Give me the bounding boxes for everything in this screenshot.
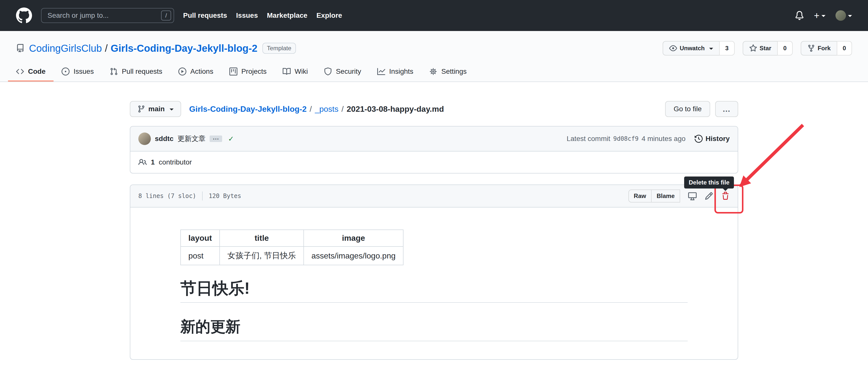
- repo-icon: [16, 44, 25, 53]
- contributors-count: 1: [151, 158, 155, 166]
- tab-settings[interactable]: Settings: [421, 63, 474, 81]
- tab-security[interactable]: Security: [316, 63, 369, 81]
- delete-trash-icon[interactable]: [721, 192, 730, 200]
- table-cell: post: [181, 246, 220, 265]
- tab-wiki[interactable]: Wiki: [275, 63, 316, 81]
- eye-icon: [669, 44, 677, 52]
- file-nav-row: main Girls-Coding-Day-Jekyll-blog-2 / _p…: [130, 101, 738, 117]
- commit-message-link[interactable]: 更新文章: [178, 134, 206, 143]
- page: / Pull requests Issues Marketplace Explo…: [0, 0, 868, 365]
- notifications-bell-icon[interactable]: [795, 11, 804, 20]
- repo-actions: Unwatch 3 Star 0 Fork 0: [663, 41, 852, 56]
- nav-explore[interactable]: Explore: [316, 11, 342, 20]
- book-icon: [283, 67, 291, 75]
- fork-button[interactable]: Fork: [801, 41, 837, 56]
- edit-pencil-icon[interactable]: [705, 192, 713, 200]
- watch-button-group: Unwatch 3: [663, 41, 735, 56]
- table-cell: 女孩子们, 节日快乐: [220, 246, 304, 265]
- repo-separator: /: [105, 43, 107, 54]
- fork-count[interactable]: 0: [837, 41, 852, 56]
- table-header-cell: title: [220, 230, 304, 246]
- display-rendered-icon[interactable]: [688, 192, 696, 200]
- contributors-row[interactable]: 1 contributor: [130, 152, 738, 173]
- search-box[interactable]: /: [41, 8, 174, 23]
- create-new-button[interactable]: +: [814, 10, 826, 21]
- commit-hash-link[interactable]: 9d08cf9: [613, 135, 639, 142]
- code-icon: [16, 67, 24, 75]
- front-matter-table: layout title image post 女孩子们, 节日快乐 asset…: [180, 230, 403, 265]
- markdown-heading-2: 新的更新: [180, 317, 688, 341]
- commit-author-avatar[interactable]: [138, 133, 151, 145]
- markdown-body: layout title image post 女孩子们, 节日快乐 asset…: [130, 207, 738, 359]
- table-header-cell: image: [304, 230, 403, 246]
- tab-actions[interactable]: Actions: [170, 63, 221, 81]
- commit-ellipsis-button[interactable]: …: [210, 135, 222, 142]
- repo-owner-link[interactable]: CodingGirlsClub: [29, 43, 102, 54]
- commit-meta: Latest commit 9d08cf9 4 minutes ago Hist…: [566, 135, 730, 143]
- tab-projects[interactable]: Projects: [221, 63, 275, 81]
- plus-icon: +: [814, 10, 819, 21]
- raw-button[interactable]: Raw: [628, 190, 652, 202]
- commit-time: 4 minutes ago: [642, 135, 686, 143]
- shield-icon: [324, 67, 332, 75]
- go-to-file-button[interactable]: Go to file: [665, 101, 710, 117]
- nav-marketplace[interactable]: Marketplace: [267, 11, 307, 20]
- repo-header: CodingGirlsClub / Girls-Coding-Day-Jekyl…: [0, 31, 868, 82]
- commit-header: sddtc 更新文章 … ✓ Latest commit 9d08cf9 4 m…: [130, 127, 738, 152]
- slash-key-hint: /: [161, 10, 171, 21]
- breadcrumb-file-name: 2021-03-08-happy-day.md: [347, 104, 444, 114]
- global-header: / Pull requests Issues Marketplace Explo…: [0, 0, 868, 31]
- header-right: +: [795, 10, 852, 21]
- history-link[interactable]: History: [695, 135, 730, 143]
- watch-count[interactable]: 3: [719, 41, 735, 56]
- file-lines-info: 8 lines (7 sloc): [138, 193, 196, 199]
- star-button[interactable]: Star: [743, 41, 778, 56]
- fork-button-group: Fork 0: [801, 41, 852, 56]
- star-icon: [749, 44, 757, 52]
- tab-code[interactable]: Code: [8, 63, 54, 81]
- contributors-label: contributor: [159, 158, 192, 166]
- table-row: post 女孩子们, 节日快乐 assets/images/logo.png: [181, 246, 403, 265]
- user-menu[interactable]: [835, 10, 852, 21]
- caret-down-icon: [848, 15, 852, 17]
- nav-issues[interactable]: Issues: [236, 11, 258, 20]
- file-header: 8 lines (7 sloc) 120 Bytes Raw Blame: [130, 185, 738, 207]
- project-icon: [229, 67, 238, 75]
- commit-author-link[interactable]: sddtc: [155, 135, 174, 143]
- caret-down-icon: [169, 108, 174, 110]
- file-box: 8 lines (7 sloc) 120 Bytes Raw Blame: [130, 185, 738, 360]
- template-badge: Template: [262, 43, 296, 54]
- star-count[interactable]: 0: [777, 41, 793, 56]
- user-avatar[interactable]: [835, 10, 846, 21]
- commit-check-icon[interactable]: ✓: [228, 135, 234, 143]
- more-options-button[interactable]: …: [715, 101, 738, 117]
- caret-down-icon: [822, 15, 826, 17]
- nav-pull-requests[interactable]: Pull requests: [183, 11, 227, 20]
- tab-pull-requests[interactable]: Pull requests: [102, 63, 170, 81]
- unwatch-button[interactable]: Unwatch: [663, 41, 720, 56]
- file-info: 8 lines (7 sloc) 120 Bytes: [138, 192, 241, 200]
- breadcrumb: Girls-Coding-Day-Jekyll-blog-2 / _posts …: [189, 104, 444, 114]
- gear-icon: [429, 67, 437, 75]
- tab-insights[interactable]: Insights: [369, 63, 422, 81]
- tab-issues[interactable]: Issues: [54, 63, 102, 81]
- blame-button[interactable]: Blame: [651, 190, 680, 202]
- breadcrumb-dir-link[interactable]: _posts: [315, 104, 338, 114]
- people-icon: [138, 158, 147, 166]
- main-content: main Girls-Coding-Day-Jekyll-blog-2 / _p…: [130, 101, 738, 360]
- fork-icon: [807, 44, 815, 52]
- repo-tabs: Code Issues Pull requests Actions Projec…: [0, 63, 868, 81]
- history-clock-icon: [695, 135, 703, 143]
- branch-selector[interactable]: main: [130, 101, 181, 117]
- breadcrumb-repo-link[interactable]: Girls-Coding-Day-Jekyll-blog-2: [189, 104, 306, 114]
- file-size-info: 120 Bytes: [209, 193, 241, 199]
- github-logo-icon[interactable]: [16, 7, 32, 24]
- caret-down-icon: [709, 48, 713, 50]
- breadcrumb-separator: /: [310, 104, 312, 114]
- repo-name-link[interactable]: Girls-Coding-Day-Jekyll-blog-2: [111, 43, 257, 54]
- git-pull-request-icon: [110, 67, 118, 75]
- divider: [202, 192, 203, 200]
- search-input[interactable]: [41, 8, 174, 23]
- play-icon: [178, 67, 186, 75]
- table-cell: assets/images/logo.png: [304, 246, 403, 265]
